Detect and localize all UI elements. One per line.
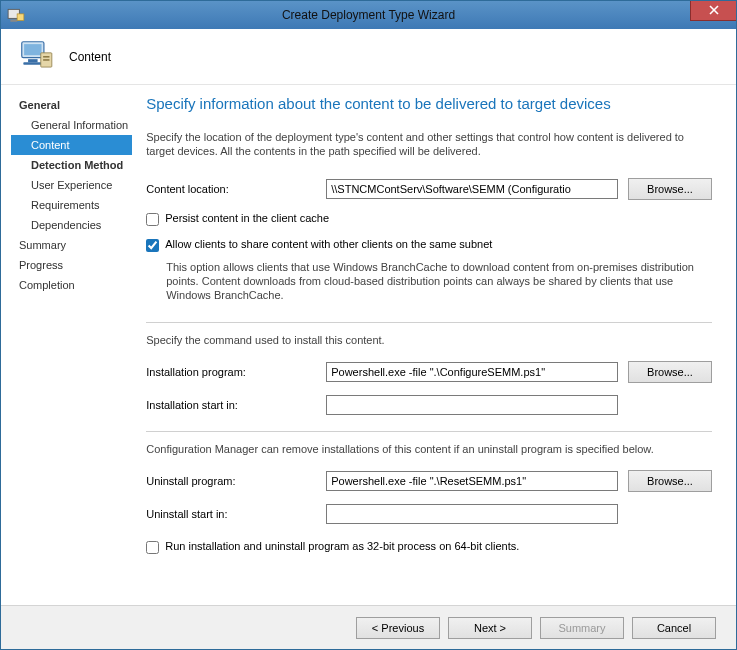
install-start-label: Installation start in: bbox=[146, 399, 316, 411]
nav-dependencies[interactable]: Dependencies bbox=[11, 215, 132, 235]
uninstall-program-row: Uninstall program: Browse... bbox=[146, 470, 712, 492]
svg-rect-8 bbox=[23, 62, 42, 64]
previous-button[interactable]: < Previous bbox=[356, 617, 440, 639]
page-description: Specify the location of the deployment t… bbox=[146, 130, 712, 158]
separator-1 bbox=[146, 322, 712, 323]
persist-content-label: Persist content in the client cache bbox=[165, 212, 712, 224]
nav-general[interactable]: General bbox=[11, 95, 132, 115]
nav-content[interactable]: Content bbox=[11, 135, 132, 155]
wizard-header: Content bbox=[1, 29, 736, 85]
separator-2 bbox=[146, 431, 712, 432]
install-program-label: Installation program: bbox=[146, 366, 316, 378]
uninstall-program-input[interactable] bbox=[326, 471, 618, 491]
uninstall-start-input[interactable] bbox=[326, 504, 618, 524]
titlebar: Create Deployment Type Wizard bbox=[1, 1, 736, 29]
uninstall-note: Configuration Manager can remove install… bbox=[146, 442, 712, 456]
close-button[interactable] bbox=[690, 1, 736, 21]
allow-share-label: Allow clients to share content with othe… bbox=[165, 238, 712, 250]
nav-general-information[interactable]: General Information bbox=[11, 115, 132, 135]
content-location-input[interactable] bbox=[326, 179, 618, 199]
browse-uninstall-program-button[interactable]: Browse... bbox=[628, 470, 712, 492]
svg-rect-6 bbox=[24, 44, 41, 55]
next-button[interactable]: Next > bbox=[448, 617, 532, 639]
install-program-row: Installation program: Browse... bbox=[146, 361, 712, 383]
content-location-label: Content location: bbox=[146, 183, 316, 195]
browse-content-location-button[interactable]: Browse... bbox=[628, 178, 712, 200]
computer-icon bbox=[17, 37, 55, 77]
install-section-label: Specify the command used to install this… bbox=[146, 333, 712, 347]
uninstall-start-row: Uninstall start in: bbox=[146, 504, 712, 524]
nav-completion[interactable]: Completion bbox=[11, 275, 132, 295]
summary-button: Summary bbox=[540, 617, 624, 639]
page-title: Content bbox=[69, 50, 111, 64]
wizard-footer: < Previous Next > Summary Cancel bbox=[1, 605, 736, 649]
close-icon bbox=[709, 5, 719, 17]
install-start-input[interactable] bbox=[326, 395, 618, 415]
run-32bit-label: Run installation and uninstall program a… bbox=[165, 540, 712, 552]
content-location-row: Content location: Browse... bbox=[146, 178, 712, 200]
uninstall-program-label: Uninstall program: bbox=[146, 475, 316, 487]
main-pane: Specify information about the content to… bbox=[134, 85, 736, 605]
wizard-window: Create Deployment Type Wizard Content G bbox=[0, 0, 737, 650]
allow-share-checkbox[interactable] bbox=[146, 239, 159, 252]
wizard-body: General General Information Content Dete… bbox=[1, 85, 736, 605]
nav-progress[interactable]: Progress bbox=[11, 255, 132, 275]
install-program-input[interactable] bbox=[326, 362, 618, 382]
branchcache-help: This option allows clients that use Wind… bbox=[166, 260, 712, 302]
uninstall-start-label: Uninstall start in: bbox=[146, 508, 316, 520]
window-title: Create Deployment Type Wizard bbox=[1, 8, 736, 22]
nav-user-experience[interactable]: User Experience bbox=[11, 175, 132, 195]
svg-rect-7 bbox=[28, 59, 38, 62]
browse-install-program-button[interactable]: Browse... bbox=[628, 361, 712, 383]
nav-detection-method[interactable]: Detection Method bbox=[11, 155, 132, 175]
nav-requirements[interactable]: Requirements bbox=[11, 195, 132, 215]
install-start-row: Installation start in: bbox=[146, 395, 712, 415]
cancel-button[interactable]: Cancel bbox=[632, 617, 716, 639]
svg-rect-11 bbox=[43, 59, 49, 61]
persist-content-checkbox[interactable] bbox=[146, 213, 159, 226]
wizard-nav: General General Information Content Dete… bbox=[1, 85, 134, 605]
run-32bit-checkbox[interactable] bbox=[146, 541, 159, 554]
svg-rect-10 bbox=[43, 56, 49, 58]
page-heading: Specify information about the content to… bbox=[146, 95, 712, 112]
nav-summary[interactable]: Summary bbox=[11, 235, 132, 255]
